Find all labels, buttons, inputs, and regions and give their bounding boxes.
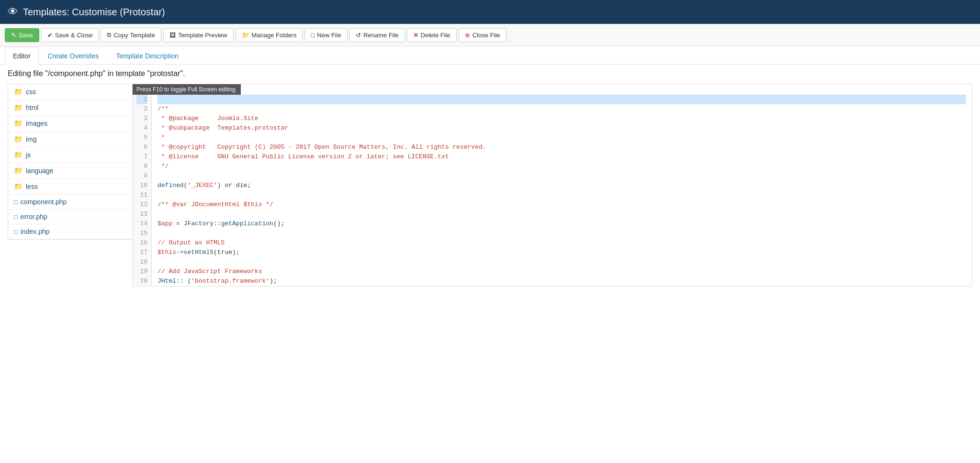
folder-html[interactable]: 📁 html xyxy=(8,100,132,116)
folder-icon-html: 📁 xyxy=(14,103,23,112)
folder-html-label: html xyxy=(26,104,38,111)
manage-folders-button[interactable]: 📁 Manage Folders xyxy=(236,28,303,42)
tab-bar: Editor Create Overrides Template Descrip… xyxy=(0,46,980,65)
tab-create-overrides[interactable]: Create Overrides xyxy=(40,47,107,65)
file-index-php[interactable]: □ index.php xyxy=(8,224,132,239)
file-icon-index: □ xyxy=(14,228,18,235)
folder-less[interactable]: 📁 less xyxy=(8,179,132,195)
folder-icon-images: 📁 xyxy=(14,119,23,128)
main-content: Editing file "/component.php" in templat… xyxy=(0,65,980,463)
code-editor[interactable]: 1234567891011121314151617181920 /** * @p… xyxy=(133,95,972,286)
line-numbers: 1234567891011121314151617181920 xyxy=(133,95,152,286)
folder-icon: 📁 xyxy=(242,32,249,39)
folder-language[interactable]: 📁 language xyxy=(8,163,132,179)
code-editor-wrapper: Press F10 to toggle Full Screen editing.… xyxy=(132,84,972,287)
delete-file-label: Delete File xyxy=(421,32,451,39)
folder-icon-js: 📁 xyxy=(14,151,23,159)
folder-img-label: img xyxy=(26,135,37,143)
folder-css[interactable]: 📁 css xyxy=(8,84,132,100)
file-tree: 📁 css 📁 html 📁 images 📁 img 📁 js 📁 l xyxy=(8,84,132,240)
template-preview-button[interactable]: 🖼 Template Preview xyxy=(163,28,234,42)
file-error-label: error.php xyxy=(21,213,47,220)
code-lines[interactable]: /** * @package Joomla.Site * @subpackage… xyxy=(152,95,972,286)
rename-icon: ↺ xyxy=(356,32,361,39)
folder-less-label: less xyxy=(26,183,38,190)
rename-file-button[interactable]: ↺ Rename File xyxy=(349,28,405,42)
editing-notice: Editing file "/component.php" in templat… xyxy=(8,69,972,78)
page-header: 👁 Templates: Customise (Protostar) xyxy=(0,0,980,24)
toolbar: ✎ Save ✔ Save & Close ⧉ Copy Template 🖼 … xyxy=(0,24,980,46)
folder-img[interactable]: 📁 img xyxy=(8,132,132,147)
file-icon-error: □ xyxy=(14,213,18,220)
close-file-button[interactable]: ⊗ Close File xyxy=(459,28,507,42)
checkmark-icon: ✔ xyxy=(47,32,53,39)
new-file-icon: □ xyxy=(311,32,315,39)
copy-icon: ⧉ xyxy=(107,31,111,39)
eye-icon: 👁 xyxy=(8,6,18,18)
fullscreen-hint: Press F10 to toggle Full Screen editing. xyxy=(133,84,241,95)
folder-icon-img: 📁 xyxy=(14,135,23,143)
copy-template-label: Copy Template xyxy=(113,32,155,39)
delete-icon: ✕ xyxy=(413,32,418,39)
save-button[interactable]: ✎ Save xyxy=(5,28,39,42)
file-index-label: index.php xyxy=(21,228,50,235)
delete-file-button[interactable]: ✕ Delete File xyxy=(407,28,457,42)
manage-folders-label: Manage Folders xyxy=(252,32,297,39)
folder-icon-less: 📁 xyxy=(14,182,23,191)
close-file-label: Close File xyxy=(473,32,500,39)
folder-css-label: css xyxy=(26,88,36,96)
folder-language-label: language xyxy=(26,167,54,175)
save-label: Save xyxy=(19,32,33,39)
tab-editor[interactable]: Editor xyxy=(5,47,39,65)
editor-area: 📁 css 📁 html 📁 images 📁 img 📁 js 📁 l xyxy=(8,84,972,287)
close-icon: ⊗ xyxy=(465,32,470,39)
folder-js-label: js xyxy=(26,151,31,159)
rename-file-label: Rename File xyxy=(363,32,399,39)
file-error-php[interactable]: □ error.php xyxy=(8,209,132,224)
tab-template-description[interactable]: Template Description xyxy=(108,47,187,65)
save-close-button[interactable]: ✔ Save & Close xyxy=(41,28,99,42)
file-component-label: component.php xyxy=(21,198,67,206)
file-component-php[interactable]: □ component.php xyxy=(8,195,132,209)
preview-icon: 🖼 xyxy=(169,32,176,39)
template-preview-label: Template Preview xyxy=(178,32,227,39)
folder-images-label: images xyxy=(26,120,47,127)
copy-template-button[interactable]: ⧉ Copy Template xyxy=(101,28,161,42)
page-title: Templates: Customise (Protostar) xyxy=(23,7,165,18)
new-file-button[interactable]: □ New File xyxy=(304,28,347,42)
save-icon: ✎ xyxy=(11,32,16,39)
folder-images[interactable]: 📁 images xyxy=(8,116,132,132)
folder-js[interactable]: 📁 js xyxy=(8,147,132,163)
folder-icon-css: 📁 xyxy=(14,88,23,96)
save-close-label: Save & Close xyxy=(55,32,93,39)
file-icon-component: □ xyxy=(14,198,18,206)
new-file-label: New File xyxy=(317,32,341,39)
folder-icon-language: 📁 xyxy=(14,166,23,175)
